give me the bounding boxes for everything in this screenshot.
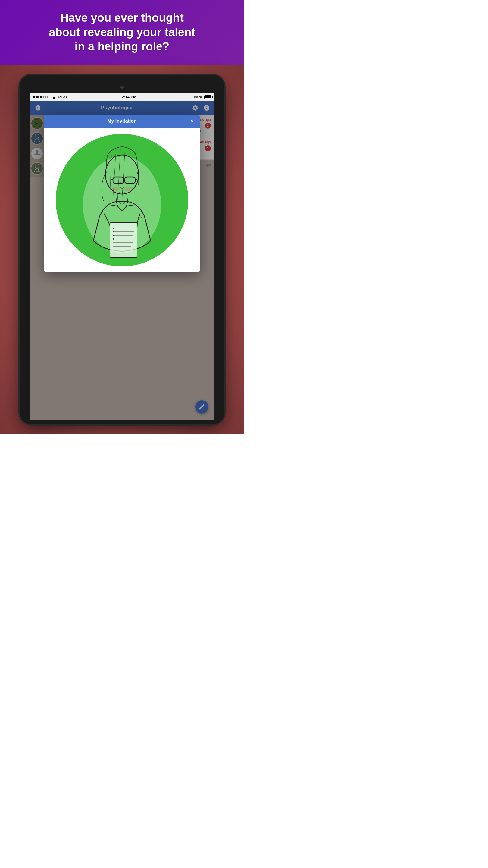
invitation-modal: My Invitation ×: [44, 115, 200, 273]
header-line1: Have you ever thought: [60, 11, 184, 24]
status-left: ▲ PLAY: [33, 95, 68, 99]
header-line2: about revealing your talent: [49, 26, 195, 38]
status-right: 100%: [190, 95, 212, 99]
modal-overlay: My Invitation ×: [30, 101, 215, 420]
svg-point-32: [113, 227, 114, 229]
background: ▲ PLAY 2:14 PM 100% Psychol: [0, 65, 244, 434]
signal-dot-3: [40, 96, 42, 98]
tablet-camera: [121, 86, 124, 89]
battery-icon: [204, 95, 212, 99]
svg-point-34: [113, 235, 114, 236]
app-screen: Psychologist: [30, 101, 215, 420]
modal-close-button[interactable]: ×: [188, 118, 195, 125]
svg-point-22: [112, 187, 120, 191]
psychologist-svg: [57, 135, 187, 265]
carrier-label: PLAY: [59, 95, 68, 99]
signal-dot-1: [33, 96, 35, 98]
svg-point-35: [113, 239, 114, 240]
modal-title: My Invitation: [56, 119, 188, 124]
signal-dot-2: [36, 96, 38, 98]
status-time: 2:14 PM: [122, 95, 136, 99]
header-line3: in a helping role?: [75, 40, 170, 53]
battery-percent: 100%: [193, 95, 202, 99]
svg-point-23: [124, 187, 132, 191]
svg-point-33: [113, 231, 114, 232]
header-text: Have you ever thought about revealing yo…: [49, 11, 195, 54]
tablet-frame: ▲ PLAY 2:14 PM 100% Psychol: [20, 75, 224, 424]
bluetooth-icon: [190, 95, 191, 99]
tablet-top: [23, 83, 221, 92]
battery-fill: [205, 96, 210, 98]
signal-dot-5: [47, 96, 50, 98]
wifi-icon: ▲: [52, 95, 56, 99]
header-banner: Have you ever thought about revealing yo…: [0, 0, 244, 65]
psychologist-illustration: [56, 134, 188, 267]
signal-dot-4: [43, 96, 46, 98]
modal-header: My Invitation ×: [44, 115, 200, 128]
status-bar: ▲ PLAY 2:14 PM 100%: [30, 93, 215, 101]
modal-body: [44, 128, 200, 273]
